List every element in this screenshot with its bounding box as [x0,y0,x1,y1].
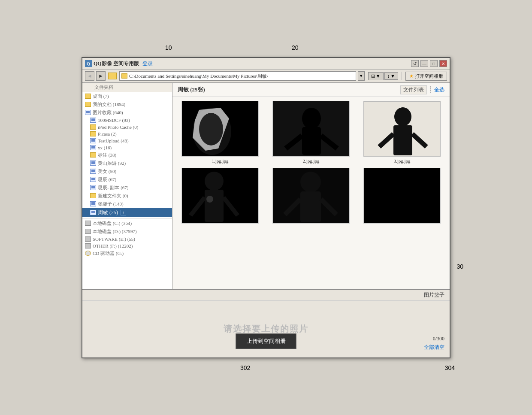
img-folder-icon [90,161,96,166]
folder-icon [90,152,96,158]
window-close-btn[interactable]: ✕ [439,60,447,67]
window-restore-btn[interactable]: ↺ [411,60,419,67]
photo-grid: 1.jpg.jpg 2.j [172,97,450,289]
img-folder-icon [90,145,96,150]
folder-icon [90,124,96,130]
photo-item[interactable]: 3.jpg.jpg [359,101,445,164]
sidebar-item-sichen[interactable]: 思辰 (67) [82,176,172,184]
view-mode-btn[interactable]: ⊞ ▼ [368,72,384,80]
sidebar-item-newfolder[interactable]: 新建文件夹 (0) [82,192,172,200]
sidebar-item-huangshan[interactable]: 黄山旅游 (92) [82,159,172,167]
window-minimize-btn[interactable]: — [420,60,428,67]
sidebar-item-label: TestUpload (48) [98,138,129,143]
sidebar-item-zhoumin[interactable]: 周敏 (25) ↑ [82,208,172,217]
sidebar-item-testupload[interactable]: TestUpload (48) [82,137,172,144]
address-dropdown-btn[interactable]: ▼ [358,71,365,81]
sidebar-item-desktop[interactable]: 桌面 (7) [82,92,172,100]
sidebar-item-sichen-copy[interactable]: 思辰- 副本 (67) [82,184,172,192]
select-all-button[interactable]: 全选 [434,86,444,94]
sidebar-item-meinv[interactable]: 美女 (50) [82,167,172,176]
sidebar-item-label: 新建文件夹 (0) [98,193,128,199]
sidebar-item-label: 思辰 (67) [98,176,116,183]
back-button[interactable]: ◄ [85,71,94,81]
sidebar-item-drive-d[interactable]: 本地磁盘 (D:) (37997) [82,227,172,236]
folder-icon [90,131,96,136]
drive-icon [85,236,91,242]
photo-thumbnail [181,168,259,224]
sort-icon: ↕ [387,73,390,79]
svg-point-21 [300,172,321,192]
sidebar-item-xx[interactable]: xx (16) [82,144,172,151]
photo-item[interactable] [359,168,445,225]
photo-item[interactable] [177,168,263,225]
drive-icon [85,221,91,226]
sidebar-item-label: CD 驱动器 (G:) [93,250,124,257]
sidebar-item-label: 美女 (50) [98,168,116,175]
svg-rect-22 [300,191,321,222]
img-folder-icon [90,210,96,215]
img-folder-icon [90,177,96,182]
app-title: QQ影像 空间专用版 [94,60,139,67]
open-album-button[interactable]: ★ 打开空间相册 [405,72,447,81]
photo-thumbnail [272,101,350,157]
photo-label: 3.jpg.jpg [393,158,410,164]
photo-item[interactable]: 2.jpg.jpg [268,101,354,164]
sidebar-item-label: 我的文档 (1894) [93,101,125,108]
content-title: 周敏 (25张) [178,86,205,94]
toolbar: ◄ ► C:\Documents and Settings\sinehuang\… [82,70,450,83]
diagram-label-20: 20 [292,44,299,51]
address-folder-icon [121,73,127,79]
sidebar-item-label: 本地磁盘 (D:) (37997) [93,228,137,235]
sidebar-item-mydocs[interactable]: 我的文档 (1894) [82,100,172,109]
photo-item[interactable] [268,168,354,225]
diagram-label-302: 302 [240,364,250,371]
sidebar-item-label: Picasa (2) [98,131,117,136]
file-list-label[interactable]: 文件列表 [400,85,427,94]
diagram-label-304: 304 [445,364,455,371]
diagram-label-30: 30 [456,263,463,270]
sidebar-item-label: 周敏 (25) [98,209,118,216]
login-link[interactable]: 登录 [142,60,153,67]
window-maximize-btn[interactable]: □ [430,60,438,67]
clear-all-button[interactable]: 全部清空 [424,344,444,351]
sidebar-item-100msdcf[interactable]: 100MSDCF (93) [82,117,172,124]
forward-button[interactable]: ► [96,71,106,81]
bottom-panel-content: 请选择要上传的照片 上传到空间相册 0/300 全部清空 [82,301,450,357]
bottom-panel: 图片篮子 请选择要上传的照片 上传到空间相册 0/300 全部清空 [82,289,450,357]
bottom-right-panel: 0/300 全部清空 [424,336,444,351]
main-area: 文件夹档 桌面 (7) 我的文档 (1894) 图片收藏 (640) 100MS [82,83,450,289]
sidebar-item-ipod-photo-cache[interactable]: iPod Photo Cache (0) [82,124,172,130]
main-window: Q QQ影像 空间专用版 登录 ↺ — □ ✕ ◄ ► C:\Documents… [82,57,450,358]
upload-badge: ↑ [121,210,126,215]
sidebar-item-drive-g[interactable]: CD 驱动器 (G:) [82,249,172,257]
sidebar-item-drive-e[interactable]: SOFTWARE (E:) (55) [82,236,172,242]
star-icon: ★ [409,73,414,79]
sidebar-item-drive-c[interactable]: 本地磁盘 (C:) (364) [82,219,172,227]
toolbar-folder-icon [108,73,117,79]
sidebar-item-label: 标注 (38) [98,152,116,158]
sidebar-item-biaozhu[interactable]: 标注 (38) [82,151,172,159]
drive-icon [85,229,91,234]
photo-label: 1.jpg.jpg [212,158,228,164]
svg-point-3 [199,113,223,145]
sidebar-item-zhangxinyu[interactable]: 张馨予 (140) [82,200,172,208]
address-bar[interactable]: C:\Documents and Settings\sinehuang\My D… [119,71,356,81]
col-header-label: 文件夹档 [94,84,113,91]
svg-rect-11 [393,125,412,155]
sidebar-item-picasa[interactable]: Picasa (2) [82,130,172,137]
view-controls: ⊞ ▼ ↕ ▼ [368,72,398,80]
toolbar-divider [402,72,402,80]
sidebar-item-label: 桌面 (7) [93,93,109,100]
sidebar-item-pictures[interactable]: 图片收藏 (640) [82,109,172,117]
drive-icon [85,243,91,248]
address-text: C:\Documents and Settings\sinehuang\My D… [129,73,268,79]
basket-label: 图片篮子 [424,291,444,299]
sort-btn[interactable]: ↕ ▼ [384,72,398,80]
upload-to-album-button[interactable]: 上传到空间相册 [236,333,296,349]
img-folder-icon [85,110,91,115]
content-header: 周敏 (25张) 文件列表 全选 [172,83,450,97]
sidebar-item-drive-f[interactable]: OTHER (F:) (12202) [82,242,172,249]
photo-item[interactable]: 1.jpg.jpg [177,101,263,164]
img-folder-icon [90,201,96,206]
sidebar-item-label: 思辰- 副本 (67) [98,185,129,191]
